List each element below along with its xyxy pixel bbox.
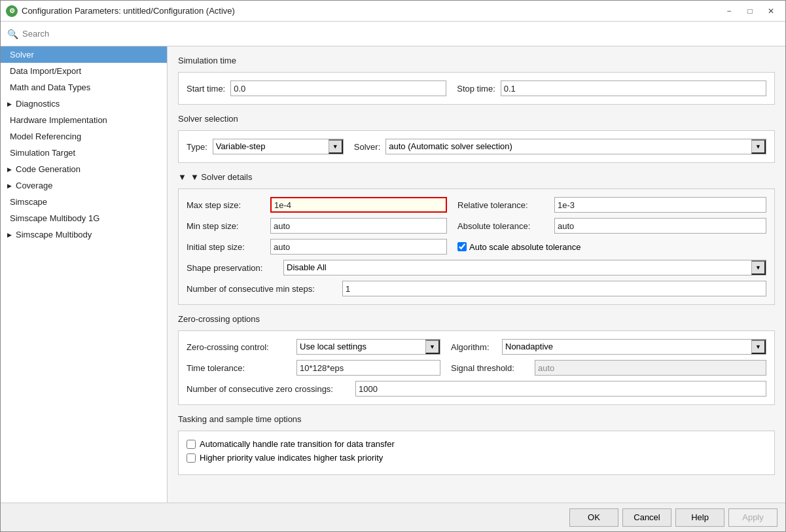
absolute-tolerance-input[interactable] <box>554 218 766 234</box>
solver-select-value: auto (Automatic solver selection) <box>386 139 751 154</box>
zero-crossing-control-wrap: Use local settings ▼ <box>296 339 440 355</box>
apply-button[interactable]: Apply <box>728 508 777 527</box>
simulation-time-row: Start time: Stop time: <box>187 80 766 96</box>
help-button[interactable]: Help <box>675 508 724 527</box>
start-time-label: Start time: <box>187 84 225 94</box>
solver-selection-title: Solver selection <box>178 114 775 124</box>
initial-step-input[interactable] <box>270 239 447 255</box>
close-button[interactable]: ✕ <box>762 5 780 18</box>
sidebar-label-diagnostics: Diagnostics <box>16 99 60 109</box>
step-tolerance-row-1: Max step size: Relative tolerance: <box>187 197 766 213</box>
search-icon: 🔍 <box>7 29 18 39</box>
num-consecutive-min-input[interactable] <box>342 281 766 296</box>
type-select-wrap: Variable-step ▼ <box>213 139 344 154</box>
time-tolerance-label: Time tolerance: <box>187 363 291 373</box>
solver-details-label: ▼ Solver details <box>190 172 253 182</box>
absolute-tolerance-label: Absolute tolerance: <box>457 221 549 231</box>
solver-details-toggle: ▼ <box>178 172 187 182</box>
sidebar-label-model-referencing: Model Referencing <box>10 132 81 141</box>
sidebar-item-data-import-export[interactable]: Data Import/Export <box>1 63 167 79</box>
configuration-window: ⚙ Configuration Parameters: untitled/Con… <box>0 0 786 532</box>
sidebar-item-code-generation[interactable]: ▶ Code Generation <box>1 161 167 177</box>
initial-step-row: Initial step size: Auto scale absolute t… <box>187 239 766 255</box>
zero-crossing-control-row: Zero-crossing control: Use local setting… <box>187 339 766 355</box>
maximize-button[interactable]: □ <box>741 5 759 18</box>
sidebar-label-data-import-export: Data Import/Export <box>10 66 81 76</box>
type-select-btn[interactable]: ▼ <box>329 139 343 154</box>
relative-tolerance-input[interactable] <box>554 197 766 213</box>
arrow-icon-simscape-mb: ▶ <box>7 232 12 238</box>
sidebar-label-solver: Solver <box>10 50 34 60</box>
content-panel: Simulation time Start time: Stop time: S… <box>168 46 785 503</box>
cancel-button[interactable]: Cancel <box>622 508 671 527</box>
auto-scale-checkbox[interactable] <box>457 242 467 251</box>
min-step-input[interactable] <box>270 218 447 234</box>
minimize-button[interactable]: − <box>720 5 738 18</box>
shape-preservation-label: Shape preservation: <box>187 263 278 273</box>
tasking-box: Automatically handle rate transition for… <box>178 431 775 475</box>
arrow-icon-coverage: ▶ <box>7 183 12 189</box>
sidebar-item-model-referencing[interactable]: Model Referencing <box>1 128 167 145</box>
sidebar-item-hardware-impl[interactable]: Hardware Implementation <box>1 112 167 128</box>
sidebar-item-coverage[interactable]: ▶ Coverage <box>1 177 167 194</box>
sidebar-label-simulation-target: Simulation Target <box>10 148 75 158</box>
auto-scale-label: Auto scale absolute tolerance <box>469 242 581 252</box>
window-title: Configuration Parameters: untitled/Confi… <box>22 6 235 16</box>
sidebar-item-simscape-multibody[interactable]: ▶ Simscape Multibody <box>1 226 167 243</box>
consecutive-min-steps-row: Number of consecutive min steps: <box>187 281 766 296</box>
zero-crossing-title: Zero-crossing options <box>178 314 775 324</box>
auto-rate-label: Automatically handle rate transition for… <box>200 439 395 449</box>
auto-scale-wrap: Auto scale absolute tolerance <box>457 242 581 252</box>
type-label: Type: <box>187 142 207 152</box>
signal-threshold-input[interactable] <box>535 360 766 376</box>
algorithm-label: Algorithm: <box>451 342 497 352</box>
ok-button[interactable]: OK <box>569 508 618 527</box>
sidebar-label-math-data-types: Math and Data Types <box>10 82 90 92</box>
higher-priority-checkbox[interactable] <box>187 453 196 463</box>
sidebar-item-simscape[interactable]: Simscape <box>1 194 167 210</box>
stop-time-label: Stop time: <box>457 84 495 94</box>
shape-preservation-btn[interactable]: ▼ <box>751 260 766 275</box>
auto-rate-checkbox[interactable] <box>187 440 196 449</box>
sidebar-label-simscape-multibody-1g: Simscape Multibody 1G <box>10 213 99 223</box>
stop-time-input[interactable] <box>501 80 766 96</box>
title-bar-controls: − □ ✕ <box>720 5 780 18</box>
time-tolerance-input[interactable] <box>296 360 440 376</box>
zero-crossing-control-value: Use local settings <box>297 340 425 354</box>
title-bar-left: ⚙ Configuration Parameters: untitled/Con… <box>6 5 235 17</box>
tasking-title: Tasking and sample time options <box>178 414 775 424</box>
solver-details-panel: Max step size: Relative tolerance: Min s… <box>178 188 775 305</box>
solver-label: Solver: <box>354 142 380 152</box>
min-step-label: Min step size: <box>187 221 265 231</box>
num-consecutive-zero-input[interactable] <box>355 381 766 397</box>
algorithm-btn[interactable]: ▼ <box>751 340 766 354</box>
sidebar-label-code-generation: Code Generation <box>16 164 80 174</box>
solver-select-btn[interactable]: ▼ <box>751 139 766 154</box>
tolerance-threshold-row: Time tolerance: Signal threshold: <box>187 360 766 376</box>
zero-crossing-control-btn[interactable]: ▼ <box>425 340 440 354</box>
solver-selection-box: Type: Variable-step ▼ Solver: auto (Auto… <box>178 130 775 163</box>
app-icon: ⚙ <box>6 5 18 17</box>
consecutive-zero-row: Number of consecutive zero crossings: <box>187 381 766 397</box>
max-step-label: Max step size: <box>187 200 265 210</box>
start-time-input[interactable] <box>230 80 446 96</box>
solver-details-header[interactable]: ▼ ▼ Solver details <box>178 172 775 182</box>
sidebar-item-math-data-types[interactable]: Math and Data Types <box>1 79 167 96</box>
arrow-icon-diagnostics: ▶ <box>7 101 12 107</box>
sidebar-item-simscape-multibody-1g[interactable]: Simscape Multibody 1G <box>1 210 167 226</box>
zero-crossing-box: Zero-crossing control: Use local setting… <box>178 330 775 405</box>
sidebar-label-simscape-multibody: Simscape Multibody <box>16 230 92 239</box>
max-step-input[interactable] <box>270 197 447 213</box>
sidebar-label-hardware-impl: Hardware Implementation <box>10 115 107 125</box>
simulation-time-box: Start time: Stop time: <box>178 72 775 105</box>
solver-select-wrap: auto (Automatic solver selection) ▼ <box>385 139 766 154</box>
sidebar-item-simulation-target[interactable]: Simulation Target <box>1 145 167 161</box>
shape-preservation-select-wrap: Disable All ▼ <box>283 260 766 275</box>
sidebar-item-diagnostics[interactable]: ▶ Diagnostics <box>1 96 167 112</box>
search-input[interactable] <box>22 29 153 39</box>
footer: OK Cancel Help Apply <box>1 503 785 531</box>
sidebar-label-simscape: Simscape <box>10 197 47 207</box>
search-bar: 🔍 <box>1 22 785 46</box>
main-content: Solver Data Import/Export Math and Data … <box>1 46 785 503</box>
sidebar-item-solver[interactable]: Solver <box>1 46 167 63</box>
